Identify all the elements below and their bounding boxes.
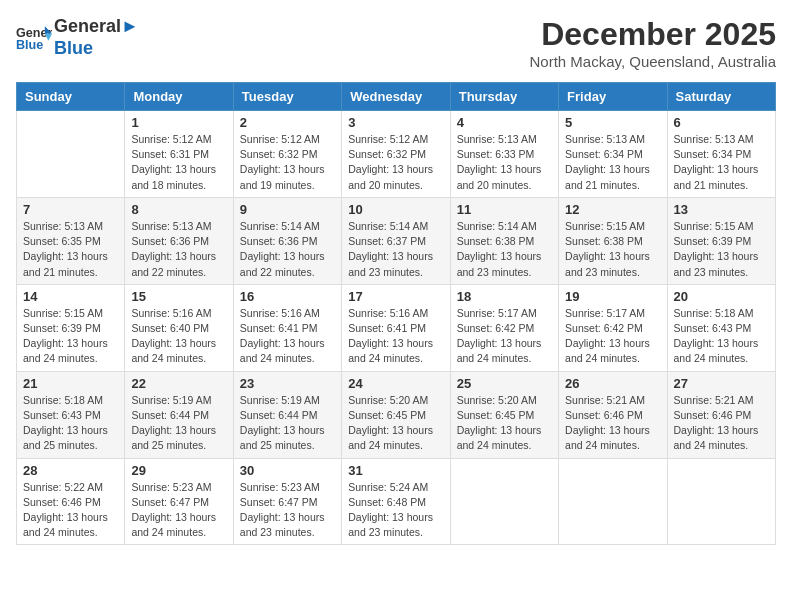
day-number: 25 (457, 376, 552, 391)
calendar-week-row: 28Sunrise: 5:22 AM Sunset: 6:46 PM Dayli… (17, 458, 776, 545)
day-info: Sunrise: 5:14 AM Sunset: 6:37 PM Dayligh… (348, 219, 443, 280)
logo-icon: General Blue (16, 24, 52, 52)
day-number: 28 (23, 463, 118, 478)
day-info: Sunrise: 5:21 AM Sunset: 6:46 PM Dayligh… (674, 393, 769, 454)
calendar-week-row: 1Sunrise: 5:12 AM Sunset: 6:31 PM Daylig… (17, 111, 776, 198)
day-number: 16 (240, 289, 335, 304)
logo: General Blue General► Blue (16, 16, 139, 59)
calendar-cell (559, 458, 667, 545)
day-info: Sunrise: 5:13 AM Sunset: 6:34 PM Dayligh… (565, 132, 660, 193)
location-title: North Mackay, Queensland, Australia (529, 53, 776, 70)
month-title: December 2025 (529, 16, 776, 53)
calendar-cell: 4Sunrise: 5:13 AM Sunset: 6:33 PM Daylig… (450, 111, 558, 198)
calendar-cell: 11Sunrise: 5:14 AM Sunset: 6:38 PM Dayli… (450, 197, 558, 284)
day-info: Sunrise: 5:12 AM Sunset: 6:32 PM Dayligh… (348, 132, 443, 193)
day-info: Sunrise: 5:15 AM Sunset: 6:39 PM Dayligh… (23, 306, 118, 367)
calendar-cell: 7Sunrise: 5:13 AM Sunset: 6:35 PM Daylig… (17, 197, 125, 284)
day-info: Sunrise: 5:13 AM Sunset: 6:35 PM Dayligh… (23, 219, 118, 280)
day-number: 14 (23, 289, 118, 304)
day-number: 26 (565, 376, 660, 391)
calendar-cell: 1Sunrise: 5:12 AM Sunset: 6:31 PM Daylig… (125, 111, 233, 198)
calendar-cell: 25Sunrise: 5:20 AM Sunset: 6:45 PM Dayli… (450, 371, 558, 458)
logo-text: General► Blue (54, 16, 139, 59)
day-number: 4 (457, 115, 552, 130)
title-area: December 2025 North Mackay, Queensland, … (529, 16, 776, 70)
day-info: Sunrise: 5:15 AM Sunset: 6:38 PM Dayligh… (565, 219, 660, 280)
calendar-cell: 5Sunrise: 5:13 AM Sunset: 6:34 PM Daylig… (559, 111, 667, 198)
day-info: Sunrise: 5:12 AM Sunset: 6:31 PM Dayligh… (131, 132, 226, 193)
calendar-cell: 23Sunrise: 5:19 AM Sunset: 6:44 PM Dayli… (233, 371, 341, 458)
calendar-cell (667, 458, 775, 545)
day-number: 20 (674, 289, 769, 304)
calendar-cell: 28Sunrise: 5:22 AM Sunset: 6:46 PM Dayli… (17, 458, 125, 545)
day-number: 23 (240, 376, 335, 391)
day-info: Sunrise: 5:15 AM Sunset: 6:39 PM Dayligh… (674, 219, 769, 280)
day-info: Sunrise: 5:20 AM Sunset: 6:45 PM Dayligh… (348, 393, 443, 454)
weekday-header-saturday: Saturday (667, 83, 775, 111)
day-number: 18 (457, 289, 552, 304)
weekday-header-wednesday: Wednesday (342, 83, 450, 111)
day-info: Sunrise: 5:13 AM Sunset: 6:36 PM Dayligh… (131, 219, 226, 280)
day-number: 10 (348, 202, 443, 217)
weekday-header-monday: Monday (125, 83, 233, 111)
day-info: Sunrise: 5:16 AM Sunset: 6:40 PM Dayligh… (131, 306, 226, 367)
day-number: 27 (674, 376, 769, 391)
calendar-table: SundayMondayTuesdayWednesdayThursdayFrid… (16, 82, 776, 545)
day-info: Sunrise: 5:16 AM Sunset: 6:41 PM Dayligh… (240, 306, 335, 367)
calendar-cell: 17Sunrise: 5:16 AM Sunset: 6:41 PM Dayli… (342, 284, 450, 371)
day-number: 31 (348, 463, 443, 478)
calendar-cell (17, 111, 125, 198)
calendar-week-row: 21Sunrise: 5:18 AM Sunset: 6:43 PM Dayli… (17, 371, 776, 458)
calendar-cell: 6Sunrise: 5:13 AM Sunset: 6:34 PM Daylig… (667, 111, 775, 198)
calendar-cell (450, 458, 558, 545)
day-number: 21 (23, 376, 118, 391)
calendar-week-row: 14Sunrise: 5:15 AM Sunset: 6:39 PM Dayli… (17, 284, 776, 371)
calendar-cell: 24Sunrise: 5:20 AM Sunset: 6:45 PM Dayli… (342, 371, 450, 458)
day-info: Sunrise: 5:16 AM Sunset: 6:41 PM Dayligh… (348, 306, 443, 367)
day-info: Sunrise: 5:21 AM Sunset: 6:46 PM Dayligh… (565, 393, 660, 454)
day-number: 9 (240, 202, 335, 217)
day-number: 11 (457, 202, 552, 217)
calendar-cell: 29Sunrise: 5:23 AM Sunset: 6:47 PM Dayli… (125, 458, 233, 545)
day-number: 5 (565, 115, 660, 130)
svg-text:Blue: Blue (16, 37, 43, 51)
day-info: Sunrise: 5:18 AM Sunset: 6:43 PM Dayligh… (674, 306, 769, 367)
calendar-cell: 19Sunrise: 5:17 AM Sunset: 6:42 PM Dayli… (559, 284, 667, 371)
day-info: Sunrise: 5:23 AM Sunset: 6:47 PM Dayligh… (240, 480, 335, 541)
day-number: 12 (565, 202, 660, 217)
calendar-cell: 10Sunrise: 5:14 AM Sunset: 6:37 PM Dayli… (342, 197, 450, 284)
day-info: Sunrise: 5:12 AM Sunset: 6:32 PM Dayligh… (240, 132, 335, 193)
day-info: Sunrise: 5:14 AM Sunset: 6:38 PM Dayligh… (457, 219, 552, 280)
calendar-cell: 2Sunrise: 5:12 AM Sunset: 6:32 PM Daylig… (233, 111, 341, 198)
calendar-cell: 14Sunrise: 5:15 AM Sunset: 6:39 PM Dayli… (17, 284, 125, 371)
day-number: 7 (23, 202, 118, 217)
calendar-cell: 18Sunrise: 5:17 AM Sunset: 6:42 PM Dayli… (450, 284, 558, 371)
day-number: 6 (674, 115, 769, 130)
weekday-header-row: SundayMondayTuesdayWednesdayThursdayFrid… (17, 83, 776, 111)
calendar-cell: 21Sunrise: 5:18 AM Sunset: 6:43 PM Dayli… (17, 371, 125, 458)
day-info: Sunrise: 5:17 AM Sunset: 6:42 PM Dayligh… (457, 306, 552, 367)
calendar-cell: 8Sunrise: 5:13 AM Sunset: 6:36 PM Daylig… (125, 197, 233, 284)
calendar-cell: 27Sunrise: 5:21 AM Sunset: 6:46 PM Dayli… (667, 371, 775, 458)
calendar-cell: 26Sunrise: 5:21 AM Sunset: 6:46 PM Dayli… (559, 371, 667, 458)
calendar-cell: 9Sunrise: 5:14 AM Sunset: 6:36 PM Daylig… (233, 197, 341, 284)
day-info: Sunrise: 5:14 AM Sunset: 6:36 PM Dayligh… (240, 219, 335, 280)
calendar-cell: 13Sunrise: 5:15 AM Sunset: 6:39 PM Dayli… (667, 197, 775, 284)
day-info: Sunrise: 5:19 AM Sunset: 6:44 PM Dayligh… (240, 393, 335, 454)
weekday-header-friday: Friday (559, 83, 667, 111)
day-number: 19 (565, 289, 660, 304)
calendar-cell: 16Sunrise: 5:16 AM Sunset: 6:41 PM Dayli… (233, 284, 341, 371)
calendar-cell: 20Sunrise: 5:18 AM Sunset: 6:43 PM Dayli… (667, 284, 775, 371)
day-number: 2 (240, 115, 335, 130)
calendar-cell: 15Sunrise: 5:16 AM Sunset: 6:40 PM Dayli… (125, 284, 233, 371)
weekday-header-sunday: Sunday (17, 83, 125, 111)
day-number: 29 (131, 463, 226, 478)
day-number: 13 (674, 202, 769, 217)
day-number: 30 (240, 463, 335, 478)
day-info: Sunrise: 5:19 AM Sunset: 6:44 PM Dayligh… (131, 393, 226, 454)
day-number: 1 (131, 115, 226, 130)
day-number: 22 (131, 376, 226, 391)
day-info: Sunrise: 5:17 AM Sunset: 6:42 PM Dayligh… (565, 306, 660, 367)
day-info: Sunrise: 5:13 AM Sunset: 6:34 PM Dayligh… (674, 132, 769, 193)
day-info: Sunrise: 5:24 AM Sunset: 6:48 PM Dayligh… (348, 480, 443, 541)
